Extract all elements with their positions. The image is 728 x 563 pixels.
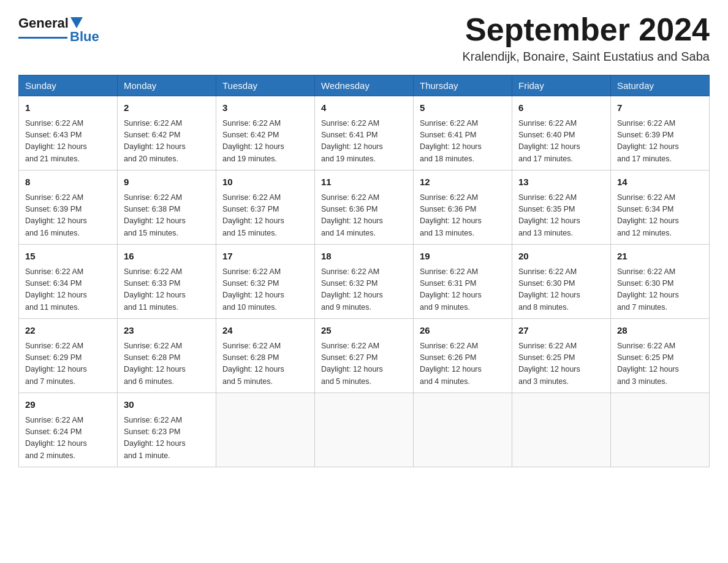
day-number: 21 <box>617 250 703 264</box>
day-info: Sunrise: 6:22 AMSunset: 6:42 PMDaylight:… <box>222 118 308 166</box>
day-info: Sunrise: 6:22 AMSunset: 6:38 PMDaylight:… <box>124 192 210 240</box>
week-row-1: 1Sunrise: 6:22 AMSunset: 6:43 PMDaylight… <box>19 96 710 170</box>
day-number: 10 <box>222 175 308 190</box>
logo-text-general: General <box>18 16 69 31</box>
day-info: Sunrise: 6:22 AMSunset: 6:39 PMDaylight:… <box>617 118 703 166</box>
day-number: 22 <box>25 324 111 338</box>
table-row: 23Sunrise: 6:22 AMSunset: 6:28 PMDayligh… <box>118 319 216 393</box>
day-info: Sunrise: 6:22 AMSunset: 6:41 PMDaylight:… <box>420 118 506 166</box>
week-row-2: 8Sunrise: 6:22 AMSunset: 6:39 PMDaylight… <box>19 170 710 245</box>
table-row: 7Sunrise: 6:22 AMSunset: 6:39 PMDaylight… <box>611 96 710 170</box>
logo-text-blue: Blue <box>70 29 99 44</box>
day-info: Sunrise: 6:22 AMSunset: 6:37 PMDaylight:… <box>222 192 308 240</box>
table-row: 4Sunrise: 6:22 AMSunset: 6:41 PMDaylight… <box>315 96 414 170</box>
month-title: September 2024 <box>462 12 710 47</box>
table-row: 5Sunrise: 6:22 AMSunset: 6:41 PMDaylight… <box>414 96 512 170</box>
table-row: 10Sunrise: 6:22 AMSunset: 6:37 PMDayligh… <box>216 170 315 245</box>
day-number: 12 <box>420 175 506 190</box>
header-saturday: Saturday <box>611 75 710 96</box>
day-info: Sunrise: 6:22 AMSunset: 6:36 PMDaylight:… <box>321 192 407 240</box>
day-number: 11 <box>321 175 407 190</box>
table-row: 6Sunrise: 6:22 AMSunset: 6:40 PMDaylight… <box>512 96 611 170</box>
table-row <box>512 393 611 467</box>
day-info: Sunrise: 6:22 AMSunset: 6:31 PMDaylight:… <box>420 266 506 314</box>
table-row: 25Sunrise: 6:22 AMSunset: 6:27 PMDayligh… <box>315 319 414 393</box>
day-info: Sunrise: 6:22 AMSunset: 6:27 PMDaylight:… <box>321 340 407 388</box>
day-info: Sunrise: 6:22 AMSunset: 6:39 PMDaylight:… <box>25 192 111 240</box>
day-number: 18 <box>321 250 407 264</box>
day-info: Sunrise: 6:22 AMSunset: 6:25 PMDaylight:… <box>617 340 703 388</box>
day-number: 28 <box>617 324 703 338</box>
day-info: Sunrise: 6:22 AMSunset: 6:30 PMDaylight:… <box>617 266 703 314</box>
table-row: 26Sunrise: 6:22 AMSunset: 6:26 PMDayligh… <box>414 319 512 393</box>
title-section: September 2024 Kralendijk, Bonaire, Sain… <box>462 12 710 64</box>
table-row: 17Sunrise: 6:22 AMSunset: 6:32 PMDayligh… <box>216 245 315 319</box>
header-tuesday: Tuesday <box>216 75 315 96</box>
day-info: Sunrise: 6:22 AMSunset: 6:28 PMDaylight:… <box>222 340 308 388</box>
day-info: Sunrise: 6:22 AMSunset: 6:34 PMDaylight:… <box>617 192 703 240</box>
day-info: Sunrise: 6:22 AMSunset: 6:28 PMDaylight:… <box>124 340 210 388</box>
table-row: 27Sunrise: 6:22 AMSunset: 6:25 PMDayligh… <box>512 319 611 393</box>
table-row <box>414 393 512 467</box>
table-row <box>611 393 710 467</box>
day-number: 14 <box>617 175 703 190</box>
week-row-3: 15Sunrise: 6:22 AMSunset: 6:34 PMDayligh… <box>19 245 710 319</box>
day-number: 29 <box>25 398 111 412</box>
table-row: 22Sunrise: 6:22 AMSunset: 6:29 PMDayligh… <box>19 319 118 393</box>
table-row: 8Sunrise: 6:22 AMSunset: 6:39 PMDaylight… <box>19 170 118 245</box>
day-number: 7 <box>617 101 703 115</box>
header-thursday: Thursday <box>414 75 512 96</box>
svg-marker-0 <box>70 17 83 28</box>
table-row: 16Sunrise: 6:22 AMSunset: 6:33 PMDayligh… <box>118 245 216 319</box>
logo-triangle-icon <box>70 17 83 28</box>
table-row: 2Sunrise: 6:22 AMSunset: 6:42 PMDaylight… <box>118 96 216 170</box>
day-info: Sunrise: 6:22 AMSunset: 6:23 PMDaylight:… <box>124 415 210 462</box>
table-row <box>315 393 414 467</box>
header-wednesday: Wednesday <box>315 75 414 96</box>
table-row: 9Sunrise: 6:22 AMSunset: 6:38 PMDaylight… <box>118 170 216 245</box>
day-info: Sunrise: 6:22 AMSunset: 6:34 PMDaylight:… <box>25 266 111 314</box>
table-row: 14Sunrise: 6:22 AMSunset: 6:34 PMDayligh… <box>611 170 710 245</box>
day-number: 17 <box>222 250 308 264</box>
day-number: 25 <box>321 324 407 338</box>
day-info: Sunrise: 6:22 AMSunset: 6:43 PMDaylight:… <box>25 118 111 166</box>
table-row: 18Sunrise: 6:22 AMSunset: 6:32 PMDayligh… <box>315 245 414 319</box>
day-number: 26 <box>420 324 506 338</box>
table-row: 12Sunrise: 6:22 AMSunset: 6:36 PMDayligh… <box>414 170 512 245</box>
header-monday: Monday <box>118 75 216 96</box>
table-row: 1Sunrise: 6:22 AMSunset: 6:43 PMDaylight… <box>19 96 118 170</box>
day-number: 19 <box>420 250 506 264</box>
table-row: 3Sunrise: 6:22 AMSunset: 6:42 PMDaylight… <box>216 96 315 170</box>
day-number: 16 <box>124 250 210 264</box>
table-row: 15Sunrise: 6:22 AMSunset: 6:34 PMDayligh… <box>19 245 118 319</box>
table-row: 28Sunrise: 6:22 AMSunset: 6:25 PMDayligh… <box>611 319 710 393</box>
day-info: Sunrise: 6:22 AMSunset: 6:36 PMDaylight:… <box>420 192 506 240</box>
table-row: 19Sunrise: 6:22 AMSunset: 6:31 PMDayligh… <box>414 245 512 319</box>
day-info: Sunrise: 6:22 AMSunset: 6:26 PMDaylight:… <box>420 340 506 388</box>
day-info: Sunrise: 6:22 AMSunset: 6:41 PMDaylight:… <box>321 118 407 166</box>
day-number: 8 <box>25 175 111 190</box>
table-row: 29Sunrise: 6:22 AMSunset: 6:24 PMDayligh… <box>19 393 118 467</box>
day-info: Sunrise: 6:22 AMSunset: 6:42 PMDaylight:… <box>124 118 210 166</box>
calendar-table: Sunday Monday Tuesday Wednesday Thursday… <box>18 75 710 467</box>
day-info: Sunrise: 6:22 AMSunset: 6:32 PMDaylight:… <box>222 266 308 314</box>
week-row-5: 29Sunrise: 6:22 AMSunset: 6:24 PMDayligh… <box>19 393 710 467</box>
day-info: Sunrise: 6:22 AMSunset: 6:25 PMDaylight:… <box>518 340 604 388</box>
day-number: 23 <box>124 324 210 338</box>
day-number: 9 <box>124 175 210 190</box>
day-number: 6 <box>518 101 604 115</box>
day-number: 2 <box>124 101 210 115</box>
day-info: Sunrise: 6:22 AMSunset: 6:24 PMDaylight:… <box>25 415 111 462</box>
calendar-header-row: Sunday Monday Tuesday Wednesday Thursday… <box>19 75 710 96</box>
table-row: 11Sunrise: 6:22 AMSunset: 6:36 PMDayligh… <box>315 170 414 245</box>
logo: General Blue <box>18 16 99 44</box>
day-number: 24 <box>222 324 308 338</box>
day-number: 30 <box>124 398 210 412</box>
day-info: Sunrise: 6:22 AMSunset: 6:32 PMDaylight:… <box>321 266 407 314</box>
logo-line <box>18 37 67 39</box>
table-row: 13Sunrise: 6:22 AMSunset: 6:35 PMDayligh… <box>512 170 611 245</box>
day-number: 20 <box>518 250 604 264</box>
week-row-4: 22Sunrise: 6:22 AMSunset: 6:29 PMDayligh… <box>19 319 710 393</box>
day-info: Sunrise: 6:22 AMSunset: 6:29 PMDaylight:… <box>25 340 111 388</box>
page-header: General Blue September 2024 Kralendijk, … <box>18 12 710 64</box>
